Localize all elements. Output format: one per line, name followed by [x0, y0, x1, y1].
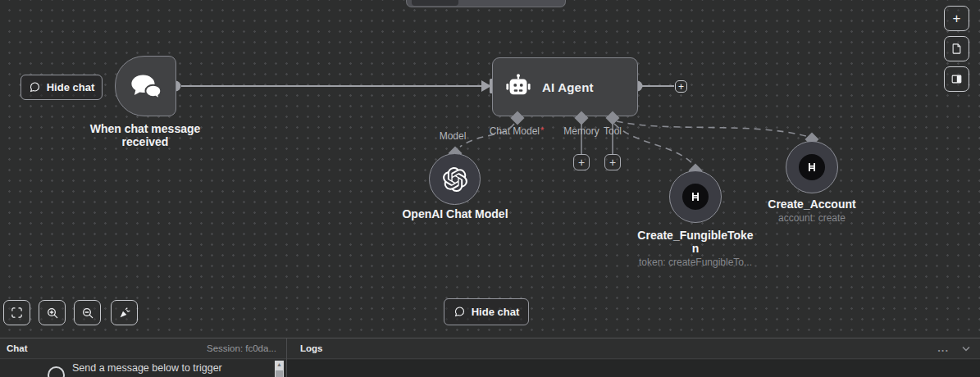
chat-model-port-label: Chat Model* — [482, 125, 551, 137]
agent-node-label: AI Agent — [542, 80, 594, 94]
add-memory-button[interactable]: + — [573, 154, 590, 170]
zoom-to-fit-button[interactable] — [3, 300, 30, 325]
add-node-after-agent-button[interactable]: + — [675, 80, 687, 93]
toggle-panel-button[interactable] — [944, 66, 969, 92]
node-create-account[interactable] — [786, 141, 838, 193]
add-node-button[interactable]: + — [944, 6, 969, 31]
chat-session-id: Session: fc0da... — [207, 343, 276, 353]
hide-chat-label: Hide chat — [472, 306, 520, 318]
hide-chat-button-bottom[interactable]: Hide chat — [444, 298, 529, 325]
bottom-panel: Chat Session: fc0da... Send a message be… — [0, 338, 980, 377]
top-toolbar-partial — [406, 0, 566, 7]
hedera-logo-icon — [805, 161, 818, 174]
zoom-in-icon — [46, 307, 59, 320]
chat-bubble-icon — [454, 306, 466, 318]
zoom-in-button[interactable] — [39, 300, 66, 325]
hedera-logo-icon — [689, 190, 702, 203]
zoom-out-icon — [81, 307, 94, 320]
logs-panel-title: Logs — [300, 343, 322, 353]
workflow-canvas[interactable]: Hide chat When chat message received AI … — [0, 0, 980, 377]
trigger-node-label: When chat message received — [75, 122, 215, 148]
account-node-subtitle: account: create — [746, 212, 877, 224]
hide-chat-label: Hide chat — [47, 81, 95, 93]
node-when-chat-message-received[interactable] — [115, 56, 176, 116]
chat-bubbles-icon — [130, 73, 162, 100]
tidy-up-button[interactable] — [111, 300, 138, 325]
logs-more-icon[interactable]: ... — [937, 345, 949, 352]
tidy-up-icon — [118, 307, 131, 320]
chevron-down-icon[interactable] — [962, 346, 970, 352]
chat-panel-header[interactable]: Chat Session: fc0da... — [0, 338, 286, 359]
node-openai-chat-model[interactable] — [429, 153, 481, 205]
add-sticky-note-button[interactable] — [944, 36, 969, 61]
hedera-logo-badge — [799, 154, 825, 180]
tool-port-label: Tool — [596, 125, 629, 137]
zoom-to-fit-icon — [11, 307, 23, 319]
account-node-label: Create_Account — [746, 198, 877, 211]
chat-bot-avatar — [48, 366, 65, 377]
robot-icon — [504, 74, 532, 100]
agent-input-arrow — [481, 80, 491, 92]
hedera-logo-badge — [682, 184, 709, 210]
openai-logo-icon — [443, 167, 467, 192]
hide-chat-button-top[interactable]: Hide chat — [21, 75, 103, 100]
fungibletoken-node-label: Create_FungibleToken — [637, 229, 754, 255]
model-port-label: Model — [428, 130, 477, 142]
node-create-fungibletoken[interactable] — [669, 170, 722, 223]
required-marker: * — [540, 125, 544, 135]
scroll-up-arrow-icon[interactable]: ▲ — [276, 361, 282, 368]
fungibletoken-node-subtitle: token: createFungibleTo... — [630, 257, 761, 268]
zoom-out-button[interactable] — [74, 300, 101, 325]
chat-bubble-icon — [29, 81, 41, 93]
sticky-note-icon — [950, 43, 963, 55]
chat-panel-title: Chat — [7, 343, 28, 353]
logs-panel-header[interactable]: Logs ... — [287, 338, 980, 359]
chat-messages-area[interactable]: Send a message below to trigger — [0, 360, 286, 377]
side-panel-icon — [950, 73, 963, 85]
chat-hint-text: Send a message below to trigger — [72, 362, 222, 374]
node-ai-agent[interactable]: AI Agent — [492, 57, 638, 116]
openai-node-label: OpenAI Chat Model — [389, 207, 522, 220]
top-toolbar-segment — [412, 0, 458, 6]
logs-content-area[interactable] — [287, 360, 980, 377]
add-tool-button[interactable]: + — [604, 154, 621, 170]
wire-tool-to-account — [617, 121, 806, 136]
chat-scrollbar[interactable]: ▲ — [275, 361, 284, 377]
scrollbar-thumb[interactable] — [276, 370, 283, 377]
